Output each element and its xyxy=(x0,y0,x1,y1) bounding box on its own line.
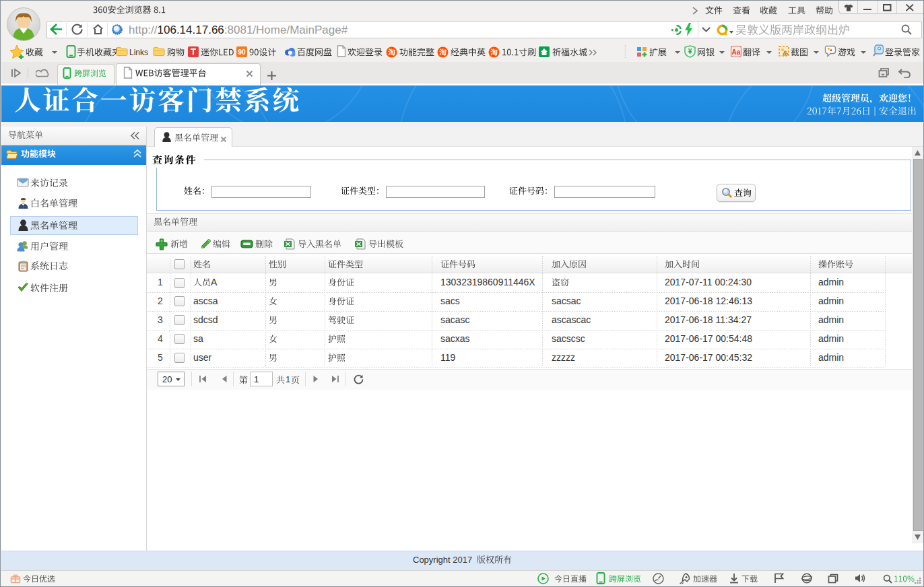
svg-text:90: 90 xyxy=(238,48,246,56)
svg-text:¥: ¥ xyxy=(688,48,692,55)
svg-text:Aa: Aa xyxy=(732,48,741,56)
